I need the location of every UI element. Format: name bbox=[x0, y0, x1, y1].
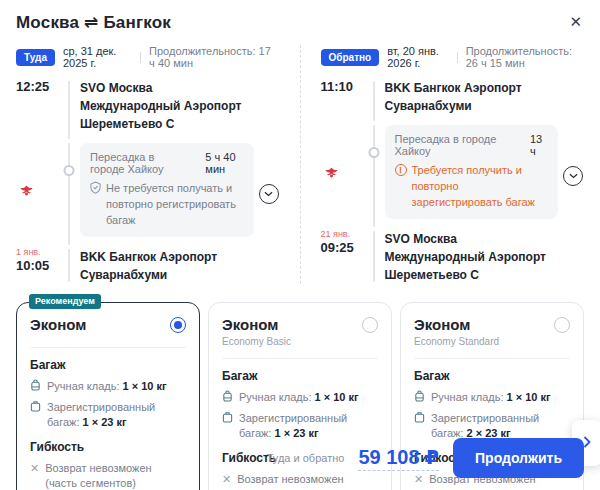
checked-baggage-row: Зарегистрированный багаж: 2 × 23 кг bbox=[414, 411, 570, 441]
transfer-city: Пересадка в городе Хайкоу bbox=[90, 151, 191, 175]
fare-title: Эконом bbox=[30, 316, 86, 333]
transfer-city: Пересадка в городе Хайкоу bbox=[395, 133, 516, 157]
direction-badge-outbound: Туда bbox=[16, 49, 55, 66]
segment-date: ср, 31 дек. 2025 г. bbox=[63, 45, 132, 69]
transfer-duration: 5 ч 40 мин bbox=[205, 151, 243, 175]
direction-badge-inbound: Обратно bbox=[321, 49, 380, 66]
depart-airport: BKK Бангкок Аэропорт Суварнабхуми bbox=[385, 79, 559, 123]
hand-luggage-row: Ручная кладь: 1 × 10 кг bbox=[414, 390, 570, 406]
arrive-time: 10:05 bbox=[16, 258, 58, 273]
fare-radio[interactable] bbox=[362, 317, 378, 333]
fare-radio-selected[interactable] bbox=[170, 317, 186, 333]
arrive-time: 09:25 bbox=[321, 240, 363, 255]
backpack-icon bbox=[222, 390, 233, 406]
x-icon: ✕ bbox=[30, 461, 39, 476]
airline-logo-icon bbox=[18, 183, 35, 204]
baggage-heading: Багаж bbox=[30, 358, 186, 372]
total-label: Туда и обратно bbox=[267, 452, 345, 464]
chevron-right-icon bbox=[583, 434, 591, 452]
warning-icon: ! bbox=[395, 164, 407, 176]
baggage-heading: Багаж bbox=[414, 369, 570, 383]
expand-details-chevron-down-icon[interactable] bbox=[563, 166, 583, 186]
fare-subtitle: Economy Standard bbox=[414, 336, 499, 347]
airline-logo-icon bbox=[323, 165, 340, 186]
airline-logo-cell bbox=[16, 141, 58, 247]
divider bbox=[457, 52, 458, 63]
segment-date: вт, 20 янв. 2026 г. bbox=[387, 45, 449, 69]
arrive-date: 21 янв. bbox=[321, 229, 363, 239]
flight-details-modal: Москва ⇌ Бангкок ✕ Туда ср, 31 дек. 2025… bbox=[0, 0, 600, 490]
checked-baggage-row: Зарегистрированный багаж: 1 × 23 кг bbox=[30, 400, 186, 430]
suitcase-icon bbox=[414, 411, 425, 427]
timeline-rail bbox=[367, 123, 381, 229]
depart-time: 11:10 bbox=[321, 79, 363, 123]
fare-subtitle: Economy Basic bbox=[222, 336, 291, 347]
segment-duration: Продолжительность: 26 ч 15 мин bbox=[466, 45, 584, 69]
refund-row: ✕ Возврат невозможен (часть сегментов) bbox=[30, 461, 186, 490]
depart-airport: SVO Москва Международный Аэропорт Шереме… bbox=[80, 79, 254, 141]
fare-radio[interactable] bbox=[554, 317, 570, 333]
suitcase-icon bbox=[222, 411, 233, 427]
transfer-duration: 13 ч bbox=[530, 133, 548, 157]
depart-time: 12:25 bbox=[16, 79, 58, 141]
divider bbox=[30, 347, 186, 348]
fare-card-economy-recommended[interactable]: Рекомендуем Эконом Багаж Ручная кладь: 1… bbox=[16, 302, 200, 490]
flight-segments: Туда ср, 31 дек. 2025 г. Продолжительнос… bbox=[16, 45, 584, 284]
transfer-info-outbound: Пересадка в городе Хайкоу 5 ч 40 мин Не … bbox=[80, 143, 254, 237]
baggage-note: Не требуется получать и повторно регистр… bbox=[90, 181, 244, 229]
timeline-rail bbox=[367, 229, 381, 284]
segment-inbound-header: Обратно вт, 20 янв. 2026 г. Продолжитель… bbox=[321, 45, 585, 69]
segment-inbound-body: 11:10 BKK Бангкок Аэропорт Суварнабхуми … bbox=[321, 79, 585, 284]
divider bbox=[140, 52, 141, 63]
segment-outbound-body: 12:25 SVO Москва Международный Аэропорт … bbox=[16, 79, 280, 284]
transfer-info-inbound: Пересадка в городе Хайкоу 13 ч ! Требует… bbox=[385, 125, 559, 219]
total-price[interactable]: 59 108 ₽ bbox=[358, 445, 439, 471]
fare-title: Эконом bbox=[414, 316, 499, 333]
hand-luggage-row: Ручная кладь: 1 × 10 кг bbox=[30, 379, 186, 395]
page-title: Москва ⇌ Бангкок bbox=[16, 10, 171, 33]
arrive-date: 1 янв. bbox=[16, 247, 58, 257]
flexibility-heading: Гибкость bbox=[30, 440, 186, 454]
x-icon: ✕ bbox=[222, 472, 231, 487]
timeline-rail bbox=[62, 141, 76, 247]
backpack-icon bbox=[414, 390, 425, 406]
segment-duration: Продолжительность: 17 ч 40 мин bbox=[149, 45, 279, 69]
divider bbox=[222, 358, 378, 359]
divider bbox=[414, 358, 570, 359]
arrive-airport: SVO Москва Международный Аэропорт Шереме… bbox=[385, 229, 559, 284]
airline-logo-cell bbox=[321, 123, 363, 229]
suitcase-icon bbox=[30, 400, 41, 416]
timeline-rail bbox=[367, 79, 381, 123]
timeline-rail bbox=[62, 247, 76, 284]
recommended-badge: Рекомендуем bbox=[29, 294, 101, 309]
fare-title: Эконом bbox=[222, 316, 291, 333]
modal-header: Москва ⇌ Бангкок ✕ bbox=[16, 10, 584, 33]
segment-inbound: Обратно вт, 20 янв. 2026 г. Продолжитель… bbox=[300, 45, 585, 284]
baggage-heading: Багаж bbox=[222, 369, 378, 383]
baggage-warning: ! Требуется получить и повторно зарегист… bbox=[395, 163, 549, 211]
checked-baggage-row: Зарегистрированный багаж: 1 × 23 кг bbox=[222, 411, 378, 441]
hand-luggage-row: Ручная кладь: 1 × 10 кг bbox=[222, 390, 378, 406]
segment-outbound: Туда ср, 31 дек. 2025 г. Продолжительнос… bbox=[16, 45, 280, 284]
shield-icon bbox=[90, 181, 101, 229]
segment-outbound-header: Туда ср, 31 дек. 2025 г. Продолжительнос… bbox=[16, 45, 280, 69]
timeline-rail bbox=[62, 79, 76, 141]
arrive-airport: BKK Бангкок Аэропорт Суварнабхуми bbox=[80, 247, 254, 284]
continue-button[interactable]: Продолжить bbox=[453, 438, 584, 478]
backpack-icon bbox=[30, 379, 41, 395]
expand-details-chevron-down-icon[interactable] bbox=[259, 184, 279, 204]
checkout-footer: Туда и обратно 59 108 ₽ Продолжить bbox=[267, 438, 584, 478]
close-icon[interactable]: ✕ bbox=[567, 10, 584, 33]
